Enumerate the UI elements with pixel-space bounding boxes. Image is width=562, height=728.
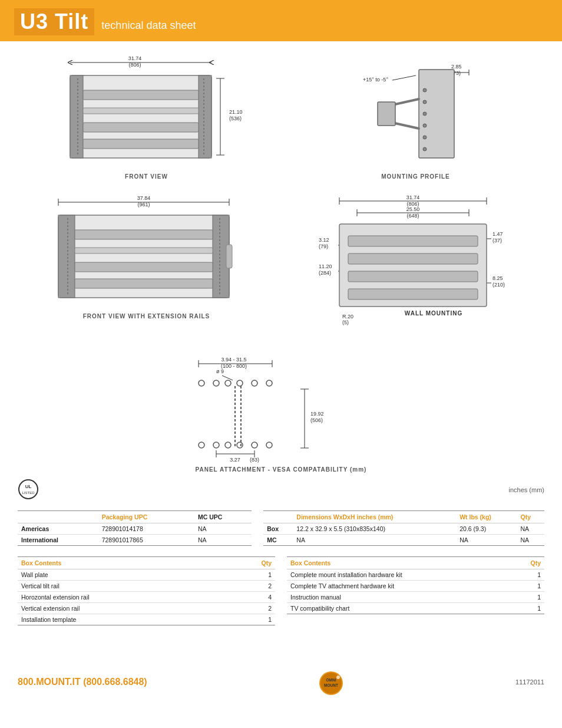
svg-point-108	[252, 442, 257, 448]
box-contents-right-table: Box Contents Qty Complete mount installa…	[287, 556, 544, 625]
box-left-item: Vertical tilt rail	[18, 581, 227, 592]
box-contents-row: Box Contents Qty Wall plate 1Vertical ti…	[18, 556, 544, 625]
dim-dim-header: Dimensions WxDxH inches (mm)	[293, 511, 456, 523]
svg-text:(506): (506)	[310, 417, 323, 423]
svg-text:UL: UL	[25, 484, 32, 489]
dimensions-row: Box 12.2 x 32.9 x 5.5 (310x835x140) 20.6…	[263, 523, 544, 535]
svg-point-104	[199, 442, 204, 448]
panel-attachment-diagram: ø 9 3.94 - 31.5 (100 - 800) 19.92 (506)	[18, 333, 544, 473]
svg-text:31.74: 31.74	[406, 195, 419, 200]
front-view-ext-diagram: 37.84 (961) FRONT VIEW WITH EXTENSION RA	[18, 192, 275, 319]
dim-type: MC	[263, 535, 293, 546]
svg-point-86	[199, 380, 204, 386]
svg-text:OMNI: OMNI	[326, 678, 336, 682]
svg-point-43	[423, 88, 427, 92]
svg-text:ø 9: ø 9	[216, 368, 224, 374]
box-right-qty: 1	[511, 569, 544, 581]
dim-qty: NA	[517, 523, 544, 535]
svg-point-110	[19, 480, 38, 499]
diagrams-section: 31.74 (806) 21.10 (536)	[18, 52, 544, 327]
svg-rect-12	[83, 108, 199, 114]
front-view-diagram: 31.74 (806) 21.10 (536)	[18, 52, 275, 180]
box-left-item: Vertical extension rail	[18, 603, 227, 614]
front-view-svg: 31.74 (806) 21.10 (536)	[47, 52, 247, 170]
box-right-qty: 1	[511, 603, 544, 614]
svg-rect-13	[83, 123, 199, 132]
svg-line-41	[392, 123, 419, 129]
pkg-mc: NA	[194, 523, 252, 535]
svg-text:(961): (961)	[137, 202, 150, 207]
box-left-item: Wall plate	[18, 569, 227, 581]
svg-text:(83): (83)	[250, 457, 259, 463]
dimensions-row: MC NA NA NA	[263, 535, 544, 546]
svg-point-48	[423, 147, 427, 151]
diagram-right-col: 2.85 (73) +15° to -5°	[287, 52, 544, 327]
svg-point-105	[213, 442, 219, 448]
svg-rect-74	[348, 271, 478, 282]
box-left-row: Installation template 1	[18, 614, 275, 625]
svg-text:(79): (79)	[319, 243, 328, 249]
box-right-qty: 1	[511, 592, 544, 603]
svg-text:+15° to -5°: +15° to -5°	[363, 77, 388, 83]
svg-point-89	[237, 380, 243, 386]
wall-mounting-svg: 31.74 (806) 25.50 (648) 3.12 (79) 11.20 …	[316, 192, 516, 327]
svg-text:LISTED: LISTED	[22, 491, 35, 495]
model-label: U3 Tilt	[14, 8, 94, 35]
box-left-qty: 2	[227, 581, 275, 592]
box-left-header: Box Contents	[18, 557, 227, 569]
box-left-qty: 4	[227, 592, 275, 603]
svg-text:19.92: 19.92	[310, 411, 324, 417]
front-view-ext-label: FRONT VIEW WITH EXTENSION RAILS	[83, 313, 210, 319]
svg-text:3.27: 3.27	[230, 457, 240, 463]
dim-qty-header: Qty	[517, 511, 544, 523]
svg-text:(5): (5)	[342, 319, 349, 325]
svg-rect-28	[75, 279, 213, 288]
svg-rect-9	[70, 75, 83, 158]
svg-text:2.85: 2.85	[451, 64, 462, 70]
svg-text:WALL MOUNTING: WALL MOUNTING	[404, 310, 462, 317]
box-right-row: Complete TV attachment hardware kit 1	[287, 581, 544, 592]
pkg-upc: 728901014178	[98, 523, 194, 535]
ul-badge-icon: UL LISTED	[18, 479, 39, 500]
svg-line-40	[392, 99, 419, 105]
svg-point-107	[237, 442, 243, 448]
svg-text:11.20: 11.20	[319, 263, 332, 269]
pkg-upc: 728901017865	[98, 535, 194, 546]
pkg-region-header	[18, 511, 98, 523]
svg-text:31.74: 31.74	[128, 55, 141, 61]
svg-text:37.84: 37.84	[137, 195, 150, 201]
box-left-row: Wall plate 1	[18, 569, 275, 581]
box-right-header: Box Contents	[287, 557, 511, 569]
svg-point-117	[336, 676, 340, 679]
svg-text:(284): (284)	[319, 270, 331, 276]
page-footer: 800.MOUNT.IT (800.668.6848) OMNI MOUNT 1…	[0, 661, 562, 703]
panel-attachment-label: PANEL ATTACHMENT - VESA COMPATABILITY (m…	[196, 466, 367, 473]
svg-text:(648): (648)	[406, 213, 419, 219]
box-left-qty: 1	[227, 614, 275, 625]
svg-point-109	[266, 442, 272, 448]
dim-value: 12.2 x 32.9 x 5.5 (310x835x140)	[293, 523, 456, 535]
box-left-item: Installation template	[18, 614, 227, 625]
svg-text:(210): (210)	[492, 282, 505, 288]
svg-point-46	[423, 124, 427, 127]
svg-text:21.10: 21.10	[229, 109, 243, 115]
dim-value: NA	[293, 535, 456, 546]
box-right-qty: 1	[511, 581, 544, 592]
subtitle-label: technical data sheet	[101, 19, 196, 32]
svg-line-80	[222, 375, 233, 380]
page-header: U3 Tilt technical data sheet	[0, 0, 562, 41]
svg-line-38	[392, 75, 416, 80]
svg-rect-11	[83, 90, 199, 100]
svg-rect-27	[75, 262, 213, 272]
box-left-qty-header: Qty	[227, 557, 275, 569]
svg-text:(37): (37)	[492, 238, 502, 243]
wall-mounting-diagram: 31.74 (806) 25.50 (648) 3.12 (79) 11.20 …	[287, 192, 544, 327]
box-contents-left-table: Box Contents Qty Wall plate 1Vertical ti…	[18, 556, 275, 625]
dim-wt-header: Wt lbs (kg)	[456, 511, 517, 523]
dim-qty: NA	[517, 535, 544, 546]
dim-type: Box	[263, 523, 293, 535]
svg-text:(536): (536)	[229, 116, 242, 121]
footer-phone: 800.MOUNT.IT (800.668.6848)	[18, 677, 147, 687]
box-right-item: TV compatibility chart	[287, 603, 511, 614]
packaging-table: Packaging UPC MC UPC Americas 7289010141…	[18, 510, 252, 546]
